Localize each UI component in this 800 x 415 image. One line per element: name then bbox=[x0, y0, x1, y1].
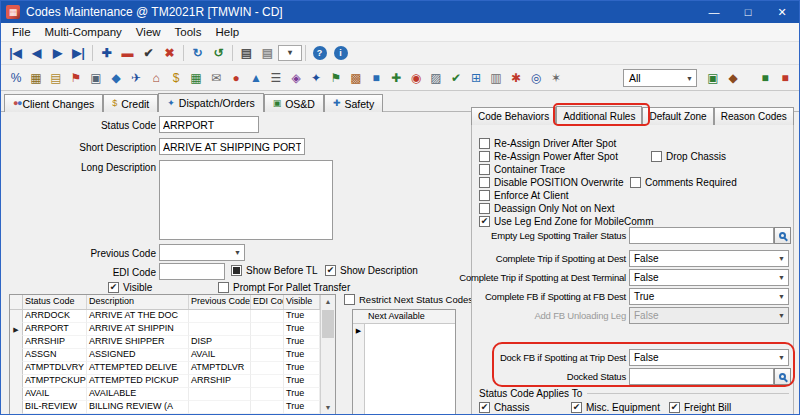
long-description-input[interactable] bbox=[159, 160, 333, 240]
calc-icon[interactable]: ▦ bbox=[26, 69, 46, 87]
prev-record-icon[interactable]: ◀ bbox=[26, 44, 47, 63]
cube-red-icon[interactable]: ■ bbox=[775, 69, 795, 87]
last-record-icon[interactable]: ▶| bbox=[68, 44, 89, 63]
add-record-icon[interactable]: ✚ bbox=[96, 44, 117, 63]
list-item[interactable] bbox=[353, 337, 455, 350]
about-info-icon[interactable]: i bbox=[330, 44, 351, 63]
tab-reason-codes[interactable]: Reason Codes bbox=[714, 107, 794, 125]
maximize-button[interactable]: □ bbox=[731, 1, 765, 23]
window-icon[interactable]: ⊞ bbox=[466, 69, 486, 87]
table-row[interactable]: BIL-REVIEWBILLING REVIEW (ATrue bbox=[10, 401, 335, 414]
doc-icon[interactable]: ▥ bbox=[486, 69, 506, 87]
first-record-icon[interactable]: |◀ bbox=[5, 44, 26, 63]
tab-additional-rules[interactable]: Additional Rules bbox=[556, 106, 642, 125]
short-description-input[interactable] bbox=[159, 138, 305, 155]
table-row[interactable]: ASSGNASSIGNEDAVAILTrue bbox=[10, 349, 335, 362]
row-selector[interactable] bbox=[10, 362, 23, 375]
edi-code-input[interactable] bbox=[159, 263, 225, 280]
help-globe-icon[interactable]: ? bbox=[309, 44, 330, 63]
dock-fb-if-spotting-at-trip-dest-dropdown[interactable]: False▼ bbox=[629, 349, 789, 366]
menu-item-help[interactable]: Help bbox=[208, 24, 246, 40]
copy-icon[interactable]: ▣ bbox=[86, 69, 106, 87]
empty-leg-input[interactable] bbox=[629, 227, 774, 244]
complete-fb-if-spotting-at-fb-dest-dropdown[interactable]: True▼ bbox=[629, 288, 789, 305]
list-item[interactable] bbox=[353, 389, 455, 402]
checkbox-freight-bill[interactable]: ✔Freight Bill bbox=[669, 402, 731, 413]
trailer-icon[interactable]: ◆ bbox=[723, 69, 743, 87]
target-icon[interactable]: ◉ bbox=[406, 69, 426, 87]
checkbox-visible[interactable]: ✔ Visible bbox=[108, 282, 152, 293]
complete-trip-if-spotting-at-dest-terminal-dropdown[interactable]: False▼ bbox=[629, 269, 789, 286]
hatch-icon[interactable]: ▨ bbox=[426, 69, 446, 87]
dot-red-icon[interactable]: ● bbox=[226, 69, 246, 87]
cancel-x-icon[interactable]: ✖ bbox=[159, 44, 180, 63]
save-check-icon[interactable]: ✔ bbox=[138, 44, 159, 63]
table-row[interactable]: ARRDOCKARRIVE AT THE DOCTrue bbox=[10, 310, 335, 323]
percent-icon[interactable]: % bbox=[6, 69, 26, 87]
list-icon[interactable]: ☰ bbox=[266, 69, 286, 87]
refresh-icon[interactable]: ↻ bbox=[187, 44, 208, 63]
grid-green-icon[interactable]: ▦ bbox=[186, 69, 206, 87]
boxes-icon[interactable]: ▩ bbox=[346, 69, 366, 87]
checkbox-re-assign-driver-after-spot[interactable]: Re-Assign Driver After Spot bbox=[479, 138, 616, 149]
row-selector[interactable] bbox=[10, 388, 23, 401]
tab-os-d[interactable]: ▣OS&D bbox=[264, 94, 324, 112]
table-row[interactable]: ATMPTPCKUPATTEMPTED PICKUPARRSHIPTrue bbox=[10, 375, 335, 388]
revert-icon[interactable]: ↺ bbox=[208, 44, 229, 63]
grid-column-header-description[interactable]: Description bbox=[87, 295, 189, 309]
plane-icon[interactable]: ✈ bbox=[126, 69, 146, 87]
check-green-icon[interactable]: ✔ bbox=[446, 69, 466, 87]
table-row[interactable]: AVAILAVAILABLETrue bbox=[10, 388, 335, 401]
checkbox-disable-position-overwrite[interactable]: Disable POSITION Overwrite bbox=[479, 177, 623, 188]
empty-leg-lookup-button[interactable] bbox=[774, 227, 791, 244]
globe-icon[interactable]: ◎ bbox=[526, 69, 546, 87]
complete-trip-if-spotting-at-dest-dropdown[interactable]: False▼ bbox=[629, 250, 789, 267]
notes-icon[interactable]: ▤ bbox=[46, 69, 66, 87]
grid-column-header-previous-code[interactable]: Previous Code bbox=[189, 295, 251, 309]
menu-item-tools[interactable]: Tools bbox=[168, 24, 209, 40]
checkbox-container-trace[interactable]: Container Trace bbox=[479, 164, 565, 175]
table-row[interactable]: ATMPTDLVRYATTEMPTED DELIVEATMPTDLVRTrue bbox=[10, 362, 335, 375]
tab-credit[interactable]: $Credit bbox=[103, 94, 158, 112]
checkbox-deassign-only-not-on-next[interactable]: Deassign Only Not on Next bbox=[479, 203, 615, 214]
row-selector[interactable] bbox=[10, 336, 23, 349]
row-selector[interactable] bbox=[10, 375, 23, 388]
menu-item-multi-company[interactable]: Multi-Company bbox=[38, 24, 129, 40]
tab-client-changes[interactable]: ●Client Changes bbox=[4, 94, 103, 112]
tab-safety[interactable]: ✚Safety bbox=[324, 94, 383, 112]
docked-status-input[interactable] bbox=[629, 368, 774, 385]
previous-code-dropdown[interactable]: ▼ bbox=[159, 244, 245, 261]
up-arrow-icon[interactable]: ▲ bbox=[246, 69, 266, 87]
cube-green-icon[interactable]: ■ bbox=[755, 69, 775, 87]
table-row[interactable]: ARRSHIPARRIVE SHIPPERDISPTrue bbox=[10, 336, 335, 349]
print-icon[interactable]: ▤ bbox=[236, 44, 257, 63]
tab-default-zone[interactable]: Default Zone bbox=[642, 107, 713, 125]
minimize-button[interactable]: — bbox=[697, 1, 731, 23]
checkbox-enforce-at-client[interactable]: Enforce At Client bbox=[479, 190, 568, 201]
print-options-dropdown[interactable]: ▾ bbox=[278, 45, 302, 61]
home-icon[interactable]: ⌂ bbox=[146, 69, 166, 87]
row-selector[interactable] bbox=[10, 349, 23, 362]
checkbox-use-leg-end-zone-for-mobilecomm[interactable]: ✔Use Leg End Zone for MobileComm bbox=[479, 216, 654, 227]
menu-item-view[interactable]: View bbox=[129, 24, 168, 40]
checkbox-chassis[interactable]: ✔Chassis bbox=[479, 402, 530, 413]
grid-column-header-status-code[interactable]: Status Code bbox=[23, 295, 87, 309]
flag-green-icon[interactable]: ⚑ bbox=[326, 69, 346, 87]
checkbox-misc-equipment[interactable]: ✔Misc. Equipment bbox=[571, 402, 660, 413]
pin-icon[interactable]: ✱ bbox=[506, 69, 526, 87]
tab-dispatch-orders[interactable]: ✦Dispatch/Orders bbox=[158, 93, 263, 112]
flag-red-icon[interactable]: ⚑ bbox=[66, 69, 86, 87]
plus-green-icon[interactable]: ✚ bbox=[386, 69, 406, 87]
scroll-down-icon[interactable]: ▼ bbox=[321, 401, 335, 415]
next-record-icon[interactable]: ▶ bbox=[47, 44, 68, 63]
filter-dropdown[interactable]: All ▼ bbox=[623, 69, 697, 87]
menu-item-file[interactable]: File bbox=[5, 24, 38, 40]
tab-code-behaviors[interactable]: Code Behaviors bbox=[471, 107, 556, 125]
delete-record-icon[interactable]: ▬ bbox=[117, 44, 138, 63]
tools-icon[interactable]: ✶ bbox=[546, 69, 566, 87]
checkbox-comments-required[interactable]: Comments Required bbox=[630, 177, 737, 188]
dock-icon[interactable]: ▣ bbox=[703, 69, 723, 87]
row-selector[interactable]: ▶ bbox=[10, 323, 23, 336]
table-row[interactable]: ▶ARRPORTARRIVE AT SHIPPINTrue bbox=[10, 323, 335, 336]
money-icon[interactable]: $ bbox=[166, 69, 186, 87]
